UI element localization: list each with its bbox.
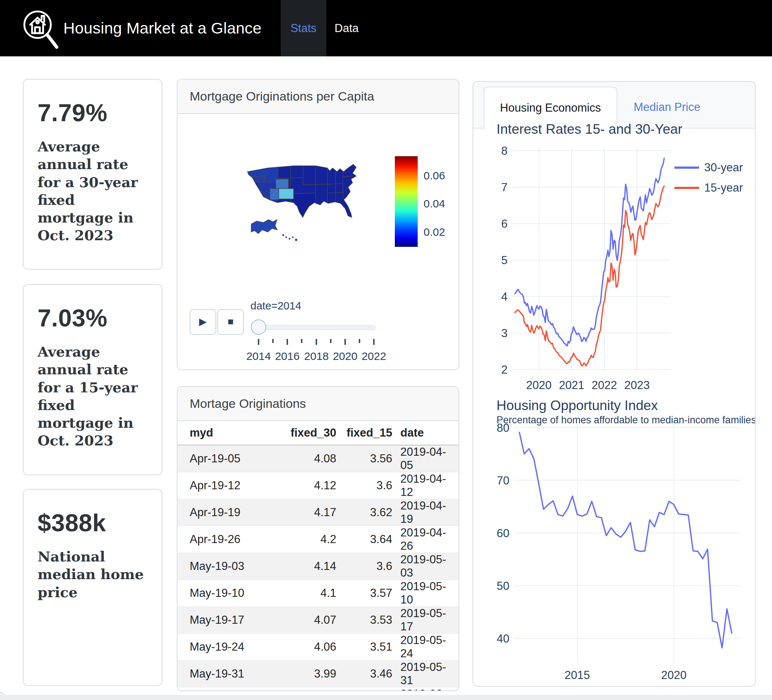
svg-text:70: 70 (497, 474, 509, 487)
svg-text:2023: 2023 (624, 379, 650, 392)
map-state-wyoming[interactable] (276, 179, 288, 189)
col-fixed30: fixed_30 (275, 421, 336, 445)
map-state-utah[interactable] (270, 189, 279, 200)
svg-text:80: 80 (497, 421, 509, 434)
table-card: Mortage Originations myd fixed_30 fixed_… (177, 386, 459, 691)
stat-desc-median-price: National median home price (38, 548, 148, 601)
svg-text:7: 7 (501, 181, 507, 194)
slider-year-2018: 2018 (304, 350, 329, 362)
rates-table-body: Apr-19-054.083.562019-04-05Apr-19-124.12… (178, 445, 458, 691)
slider-year-2022: 2022 (362, 350, 386, 362)
stat-desc-30yr: Average annual rate for a 30-year fixed … (38, 138, 148, 244)
stat-value-30yr: 7.79% (38, 99, 148, 127)
table-row: May-19-104.13.572019-05-10 (178, 580, 458, 607)
legend-item-30-year[interactable]: 30-year (674, 160, 743, 175)
svg-text:2015: 2015 (564, 669, 590, 682)
legend-line-30-year (674, 167, 699, 169)
slider-value-label: date=2014 (250, 300, 301, 312)
svg-text:8: 8 (501, 144, 507, 157)
svg-text:2020: 2020 (526, 379, 552, 392)
app-header: Housing Market at a Glance Stats Data (0, 0, 772, 56)
map-card-title: Mortgage Originations per Capita (178, 80, 458, 114)
hoi-chart[interactable]: 405060708020152020 (473, 421, 756, 687)
table-row: May-19-244.063.512019-05-24 (178, 634, 458, 661)
nav-tab-data[interactable]: Data (326, 0, 367, 56)
svg-text:4: 4 (501, 290, 507, 303)
legend-item-15-year[interactable]: 15-year (674, 180, 743, 196)
svg-text:60: 60 (497, 527, 509, 540)
map-state-alaska[interactable] (251, 220, 277, 234)
table-row: May-19-174.073.532019-05-17 (178, 607, 458, 634)
stop-icon: ■ (227, 316, 234, 327)
map-colorbar (395, 156, 418, 247)
slider-tick (272, 339, 274, 343)
slider-tick (301, 339, 303, 343)
stat-card-15yr-rate: 7.03% Average annual rate for a 15-year … (23, 284, 162, 475)
nav-tab-stats[interactable]: Stats (281, 0, 326, 56)
slider-tick (330, 339, 332, 343)
stat-card-30yr-rate: 7.79% Average annual rate for a 30-year … (23, 79, 162, 270)
colorbar-tick-002: 0.02 (424, 226, 445, 238)
stat-card-median-price: $388k National median home price (23, 489, 162, 686)
slider-tick (373, 339, 375, 345)
table-header-row: myd fixed_30 fixed_15 date (178, 421, 458, 445)
table-row: Apr-19-054.083.562019-04-05 (178, 445, 458, 472)
stat-value-15yr: 7.03% (38, 304, 148, 332)
slider-tick (258, 339, 259, 345)
table-row: Apr-19-124.123.62019-04-12 (178, 472, 458, 499)
legend-line-15-year (674, 187, 699, 189)
slider-tick (344, 339, 346, 345)
col-fixed15: fixed_15 (336, 421, 392, 445)
hoi-chart-title: Housing Opportunity Index (497, 398, 658, 413)
dashboard-page: Housing Market at a Glance Stats Data 7.… (0, 0, 772, 700)
map-card: Mortgage Originations per Capita (177, 79, 459, 370)
slider-year-2020: 2020 (333, 350, 358, 362)
svg-text:2020: 2020 (661, 669, 687, 682)
date-slider-track[interactable] (258, 325, 376, 330)
map-state-colorado[interactable] (279, 189, 294, 199)
table-card-title: Mortage Originations (178, 387, 458, 421)
colorbar-tick-006: 0.06 (424, 169, 445, 182)
stat-desc-15yr: Average annual rate for a 15-year fixed … (38, 343, 148, 450)
date-slider-handle[interactable] (251, 320, 266, 335)
us-choropleth-map[interactable] (242, 161, 367, 246)
rates-table: myd fixed_30 fixed_15 date Apr-19-054.08… (178, 421, 458, 691)
app-title: Housing Market at a Glance (63, 0, 262, 56)
svg-text:6: 6 (501, 217, 507, 230)
slider-tick (286, 339, 288, 345)
footer-strip (0, 695, 772, 700)
stop-button[interactable]: ■ (217, 309, 244, 335)
table-row: Apr-19-194.173.622019-04-19 (178, 499, 458, 526)
svg-text:40: 40 (497, 632, 509, 645)
interest-rates-chart-title: Interest Rates 15- and 30-Year (497, 121, 682, 137)
play-button[interactable]: ▶ (190, 309, 216, 335)
col-date: date (392, 421, 458, 445)
svg-text:5: 5 (501, 254, 507, 267)
table-row: May-19-313.993.462019-05-31 (178, 661, 458, 687)
slider-year-2016: 2016 (275, 350, 300, 362)
svg-text:2022: 2022 (592, 379, 617, 392)
house-magnifier-icon (15, 4, 65, 53)
colorbar-tick-004: 0.04 (424, 197, 445, 210)
stat-value-median-price: $388k (38, 509, 148, 537)
map-state-hawaii[interactable] (282, 234, 297, 241)
slider-tick (359, 339, 360, 343)
slider-tick (316, 339, 317, 345)
col-myd: myd (178, 421, 275, 445)
svg-text:2021: 2021 (559, 379, 584, 392)
table-row: Apr-19-264.23.642019-04-26 (178, 526, 458, 553)
play-icon: ▶ (199, 316, 207, 327)
chart-legend: 30-year 15-year (674, 160, 743, 200)
svg-text:3: 3 (501, 327, 507, 340)
table-row: May-19-034.143.62019-05-03 (178, 553, 458, 580)
slider-year-2014: 2014 (246, 350, 271, 362)
charts-card: Housing Economics Median Price Interest … (473, 81, 756, 687)
svg-text:50: 50 (497, 580, 509, 592)
table-row: Jun-19-073.823.282019-06-07 (178, 687, 458, 692)
svg-text:2: 2 (501, 363, 507, 376)
